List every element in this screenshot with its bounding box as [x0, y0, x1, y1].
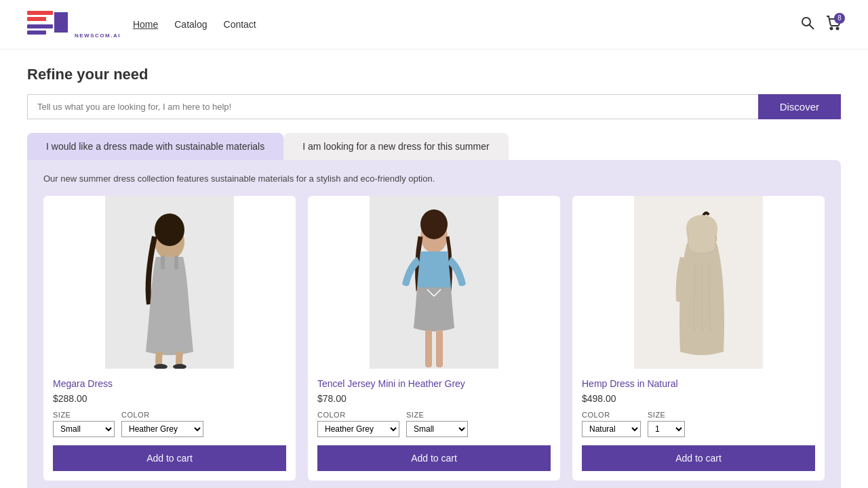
color-select-megara[interactable]: Heather Grey Black White	[121, 421, 203, 437]
product-name-megara[interactable]: Megara Dress	[53, 378, 286, 389]
product-price-tencel: $78.00	[317, 393, 551, 404]
color-selector-group-megara: Color Heather Grey Black White	[121, 411, 203, 437]
nav-catalog[interactable]: Catalog	[174, 19, 207, 30]
svg-line-1	[810, 24, 814, 29]
color-select-hemp[interactable]: Natural Beige	[582, 421, 641, 437]
svg-rect-16	[425, 330, 432, 367]
product-card-tencel: Tencel Jersey Mini in Heather Grey $78.0…	[308, 196, 560, 481]
size-label-megara: Size	[53, 411, 115, 419]
svg-point-3	[837, 27, 839, 29]
main-nav: Home Catalog Contact	[133, 19, 256, 30]
cart-button[interactable]: 8	[826, 16, 841, 34]
size-select-hemp[interactable]: 1 2 3	[648, 421, 685, 437]
main-content: Refine your need Discover I would like a…	[0, 49, 868, 488]
svg-rect-17	[436, 330, 443, 367]
size-selector-group-tencel: SIZE Small Medium Large	[406, 411, 468, 437]
color-selector-group-tencel: COLOR Heather Grey Black	[317, 411, 399, 437]
add-to-cart-tencel[interactable]: Add to cart	[317, 445, 551, 471]
results-area: Our new summer dress collection features…	[27, 160, 841, 488]
svg-rect-7	[161, 256, 165, 269]
product-price-hemp: $498.00	[582, 393, 815, 404]
color-label-megara: Color	[121, 411, 203, 419]
search-button[interactable]	[800, 16, 815, 34]
product-info-tencel: Tencel Jersey Mini in Heather Grey $78.0…	[308, 369, 560, 445]
product-info-hemp: Hemp Dress in Natural $498.00 COLOR Natu…	[572, 369, 825, 445]
product-selectors-hemp: COLOR Natural Beige SIZE 1 2 3	[582, 411, 815, 437]
discover-button[interactable]: Discover	[758, 94, 841, 119]
color-select-tencel[interactable]: Heather Grey Black	[317, 421, 399, 437]
product-card-megara: Megara Dress $288.00 Size Small Medium L…	[43, 196, 296, 481]
product-info-megara: Megara Dress $288.00 Size Small Medium L…	[43, 369, 296, 445]
svg-point-13	[420, 209, 448, 239]
tab-summer[interactable]: I am looking for a new dress for this su…	[283, 133, 508, 160]
results-description: Our new summer dress collection features…	[43, 174, 825, 184]
color-label-hemp: COLOR	[582, 411, 641, 419]
tab-sustainable[interactable]: I would like a dress made with sustainab…	[27, 133, 283, 160]
svg-point-2	[831, 27, 833, 29]
size-selector-group-megara: Size Small Medium Large	[53, 411, 115, 437]
color-label-tencel: COLOR	[317, 411, 399, 419]
product-selectors-tencel: COLOR Heather Grey Black SIZE Small Medi…	[317, 411, 551, 437]
product-grid: Megara Dress $288.00 Size Small Medium L…	[43, 196, 825, 481]
nav-home[interactable]: Home	[133, 19, 158, 30]
cart-badge: 8	[834, 13, 845, 24]
suggestion-tabs: I would like a dress made with sustainab…	[27, 133, 841, 160]
logo-graphic	[27, 8, 68, 41]
product-image-tencel	[308, 196, 560, 369]
product-selectors-megara: Size Small Medium Large Color Heather Gr…	[53, 411, 286, 437]
product-image-hemp	[572, 196, 825, 369]
logo-text: NEWSCOM.AI	[75, 33, 121, 39]
svg-point-0	[802, 18, 810, 26]
product-image-megara	[43, 196, 296, 369]
product-price-megara: $288.00	[53, 393, 286, 404]
search-input[interactable]	[27, 94, 758, 119]
size-selector-group-hemp: SIZE 1 2 3	[648, 411, 685, 437]
product-name-tencel[interactable]: Tencel Jersey Mini in Heather Grey	[317, 378, 551, 389]
product-card-hemp: Hemp Dress in Natural $498.00 COLOR Natu…	[572, 196, 825, 481]
svg-point-6	[155, 214, 184, 246]
size-label-tencel: SIZE	[406, 411, 468, 419]
svg-rect-8	[174, 256, 178, 269]
header: NEWSCOM.AI Home Catalog Contact 8	[0, 0, 868, 49]
size-select-tencel[interactable]: Small Medium Large	[406, 421, 468, 437]
product-name-hemp[interactable]: Hemp Dress in Natural	[582, 378, 815, 389]
color-selector-group-hemp: COLOR Natural Beige	[582, 411, 641, 437]
refine-title: Refine your need	[27, 66, 841, 83]
search-row: Discover	[27, 94, 841, 119]
logo-area: NEWSCOM.AI Home Catalog Contact	[27, 8, 256, 41]
nav-contact[interactable]: Contact	[224, 19, 256, 30]
header-icons: 8	[800, 16, 841, 34]
add-to-cart-hemp[interactable]: Add to cart	[582, 445, 815, 471]
add-to-cart-megara[interactable]: Add to cart	[53, 445, 286, 471]
size-label-hemp: SIZE	[648, 411, 685, 419]
size-select-megara[interactable]: Small Medium Large	[53, 421, 115, 437]
